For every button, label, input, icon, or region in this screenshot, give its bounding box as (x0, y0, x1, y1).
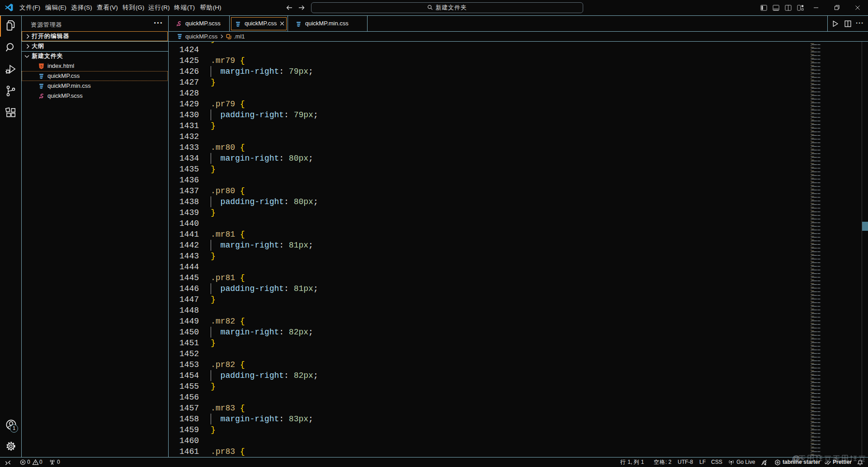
svg-text:@: @ (792, 454, 800, 463)
svg-text:5: 5 (40, 64, 42, 68)
